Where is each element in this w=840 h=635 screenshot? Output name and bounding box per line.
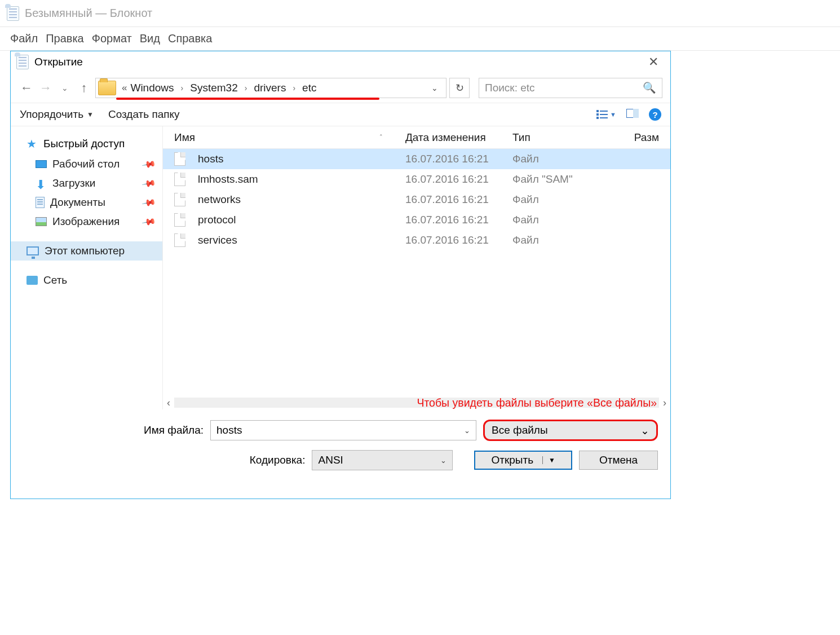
file-row[interactable]: services16.07.2016 16:21Файл — [163, 230, 670, 250]
preview-pane-button[interactable] — [626, 108, 639, 121]
chevron-down-icon[interactable]: ⌄ — [640, 424, 649, 437]
split-chevron-icon[interactable]: ▼ — [542, 456, 555, 464]
menu-help[interactable]: Справка — [168, 32, 212, 45]
horizontal-scrollbar[interactable]: ‹ Чтобы увидеть файлы выберите «Все файл… — [163, 396, 670, 409]
chevron-down-icon[interactable]: ⌄ — [464, 426, 470, 435]
scroll-left-icon[interactable]: ‹ — [163, 397, 174, 409]
refresh-button[interactable]: ↻ — [449, 78, 470, 98]
new-folder-button[interactable]: Создать папку — [108, 108, 180, 121]
sidebar-item-thispc[interactable]: Этот компьютер — [11, 241, 162, 261]
open-dialog: Открытие ✕ ← → ⌄ ↑ « Windows › System32 … — [10, 51, 671, 499]
folder-icon — [98, 81, 116, 95]
svg-rect-5 — [600, 117, 608, 118]
filename-label: Имя файла: — [23, 424, 204, 436]
filetype-value: Все файлы — [492, 424, 548, 436]
sidebar-item-network[interactable]: Сеть — [11, 271, 162, 290]
file-icon — [174, 173, 185, 186]
menu-format[interactable]: Формат — [92, 32, 132, 45]
file-type: Файл — [512, 193, 625, 206]
filename-input[interactable]: hosts ⌄ — [210, 420, 476, 440]
annotation-underline — [116, 98, 379, 100]
breadcrumb-bar[interactable]: « Windows › System32 › drivers › etc ⌄ — [95, 78, 446, 98]
breadcrumb-part[interactable]: drivers — [254, 82, 286, 94]
column-date[interactable]: Дата изменения — [405, 131, 512, 144]
breadcrumb-part[interactable]: etc — [302, 82, 316, 94]
breadcrumb-part[interactable]: System32 — [190, 82, 237, 94]
file-type: Файл "SAM" — [512, 173, 625, 186]
file-row[interactable]: protocol16.07.2016 16:21Файл — [163, 210, 670, 230]
column-size[interactable]: Разм — [625, 131, 659, 144]
chevron-down-icon: ▼ — [87, 111, 94, 118]
help-icon[interactable]: ? — [649, 108, 661, 121]
dialog-icon — [16, 55, 29, 69]
preview-pane-icon — [626, 109, 639, 118]
menu-file[interactable]: Файл — [10, 32, 38, 45]
file-type: Файл — [512, 153, 625, 165]
file-type: Файл — [512, 214, 625, 226]
organize-button[interactable]: Упорядочить ▼ — [20, 108, 94, 121]
annotation-hint: Чтобы увидеть файлы выберите «Все файлы» — [417, 396, 657, 409]
svg-rect-0 — [596, 110, 599, 112]
chevron-down-icon[interactable]: ⌄ — [440, 456, 446, 465]
sidebar-item-desktop[interactable]: Рабочий стол 📌 — [11, 155, 162, 174]
file-name: networks — [198, 193, 241, 206]
menu-edit[interactable]: Правка — [46, 32, 84, 45]
sidebar: ★ Быстрый доступ Рабочий стол 📌 ⬇ Загруз… — [11, 126, 163, 409]
search-input[interactable]: Поиск: etc 🔍 — [479, 78, 662, 98]
nav-row: ← → ⌄ ↑ « Windows › System32 › drivers ›… — [11, 73, 670, 103]
pin-icon: 📌 — [141, 214, 156, 229]
nav-up-icon[interactable]: ↑ — [76, 81, 92, 95]
dialog-titlebar: Открытие ✕ — [11, 51, 670, 73]
dialog-body: ★ Быстрый доступ Рабочий стол 📌 ⬇ Загруз… — [11, 126, 670, 409]
file-list: Имя ˄ Дата изменения Тип Разм hosts16.07… — [163, 126, 670, 409]
nav-arrows: ← → ⌄ ↑ — [19, 81, 92, 95]
svg-rect-4 — [600, 114, 608, 115]
sidebar-item-pictures[interactable]: Изображения 📌 — [11, 212, 162, 231]
toolbar: Упорядочить ▼ Создать папку ▼ ? — [11, 103, 670, 126]
file-name: protocol — [198, 214, 236, 226]
breadcrumb-prefix: « — [117, 82, 129, 94]
cancel-button[interactable]: Отмена — [579, 451, 658, 470]
menu-view[interactable]: Вид — [140, 32, 160, 45]
file-date: 16.07.2016 16:21 — [405, 234, 512, 246]
chevron-right-icon: › — [287, 83, 301, 92]
nav-history-icon[interactable]: ⌄ — [57, 83, 73, 92]
sidebar-item-quick-access[interactable]: ★ Быстрый доступ — [11, 134, 162, 155]
file-row[interactable]: networks16.07.2016 16:21Файл — [163, 189, 670, 210]
scroll-right-icon[interactable]: › — [659, 397, 670, 409]
chevron-right-icon: › — [239, 83, 253, 92]
file-date: 16.07.2016 16:21 — [405, 214, 512, 226]
notepad-menubar: Файл Правка Формат Вид Справка — [0, 27, 840, 51]
notepad-icon — [7, 6, 19, 21]
file-name: services — [198, 234, 237, 246]
view-mode-button[interactable]: ▼ — [596, 110, 616, 119]
pin-icon: 📌 — [141, 175, 156, 191]
file-date: 16.07.2016 16:21 — [405, 153, 512, 165]
encoding-select[interactable]: ANSI ⌄ — [312, 450, 453, 470]
file-row[interactable]: lmhosts.sam16.07.2016 16:21Файл "SAM" — [163, 169, 670, 189]
open-button[interactable]: Открыть ▼ — [474, 451, 572, 470]
sidebar-item-downloads[interactable]: ⬇ Загрузки 📌 — [11, 174, 162, 193]
file-name: lmhosts.sam — [198, 173, 258, 186]
list-view-icon — [596, 110, 608, 119]
column-name[interactable]: Имя ˄ — [174, 131, 405, 144]
file-date: 16.07.2016 16:21 — [405, 193, 512, 206]
document-icon — [36, 197, 45, 208]
encoding-value: ANSI — [318, 454, 343, 466]
breadcrumb-dropdown-icon[interactable]: ⌄ — [423, 83, 446, 92]
filetype-filter[interactable]: Все файлы ⌄ — [483, 420, 658, 441]
sidebar-item-documents[interactable]: Документы 📌 — [11, 193, 162, 212]
chevron-down-icon: ▼ — [610, 111, 616, 118]
column-type[interactable]: Тип — [512, 131, 625, 144]
desktop-icon — [36, 160, 47, 168]
file-row[interactable]: hosts16.07.2016 16:21Файл — [163, 149, 670, 169]
file-type: Файл — [512, 234, 625, 246]
chevron-right-icon: › — [175, 83, 189, 92]
close-icon[interactable]: ✕ — [642, 55, 665, 69]
breadcrumb-part[interactable]: Windows — [130, 82, 174, 94]
pin-icon: 📌 — [141, 156, 156, 171]
nav-back-icon[interactable]: ← — [19, 81, 34, 95]
file-icon — [174, 213, 185, 227]
monitor-icon — [26, 246, 39, 255]
dialog-form: Имя файла: hosts ⌄ Все файлы ⌄ Кодировка… — [11, 409, 670, 499]
